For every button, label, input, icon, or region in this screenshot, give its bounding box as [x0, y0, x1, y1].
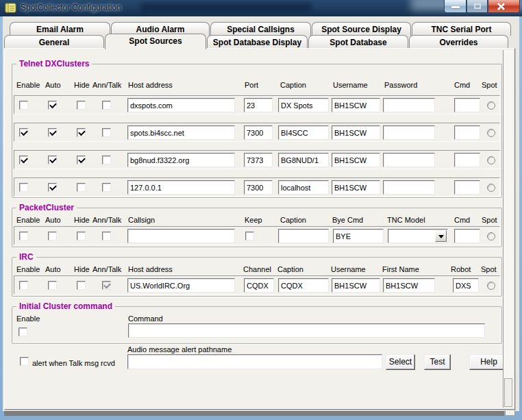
caption-input[interactable]	[278, 180, 329, 195]
keep-checkbox[interactable]	[245, 232, 254, 240]
port-input[interactable]	[244, 125, 273, 140]
col-header-channel: Channel	[243, 265, 271, 273]
spot-radio[interactable]	[487, 282, 495, 290]
port-input[interactable]	[244, 98, 273, 112]
port-input[interactable]	[244, 153, 273, 167]
test-button[interactable]: Test	[424, 354, 451, 370]
password-input[interactable]	[383, 125, 435, 140]
enable-checkbox[interactable]	[19, 128, 28, 137]
group-title: Initial Cluster command	[16, 301, 115, 311]
tab-special-callsigns[interactable]: Special Callsigns	[210, 22, 311, 36]
first-name-input[interactable]	[383, 278, 435, 293]
command-input[interactable]	[128, 323, 485, 338]
hide-checkbox[interactable]	[77, 156, 86, 164]
auto-checkbox[interactable]	[48, 156, 57, 164]
password-input[interactable]	[383, 98, 435, 112]
enable-checkbox[interactable]	[19, 183, 28, 192]
hide-checkbox[interactable]	[77, 183, 86, 192]
cmd-input[interactable]	[454, 229, 480, 243]
username-input[interactable]	[332, 125, 380, 140]
cmd-input[interactable]	[454, 180, 480, 195]
auto-checkbox[interactable]	[48, 128, 57, 137]
tab-spot-sources[interactable]: Spot Sources	[105, 34, 206, 49]
alert-talk-msg-checkbox[interactable]	[20, 357, 29, 366]
password-input[interactable]	[383, 153, 435, 167]
anntalk-checkbox[interactable]	[102, 232, 111, 240]
caption-input[interactable]	[278, 153, 329, 167]
tab-tnc-serial-port[interactable]: TNC Serial Port	[412, 22, 511, 36]
col-header-hide: Hide	[74, 265, 90, 273]
auto-checkbox[interactable]	[48, 232, 57, 240]
packetcluster-group: PacketCluster Enable Auto Hide Ann/Talk …	[12, 203, 502, 247]
tab-spot-database[interactable]: Spot Database	[308, 35, 408, 49]
caption-input[interactable]	[278, 98, 329, 112]
tnc-model-select[interactable]	[388, 229, 448, 243]
anntalk-checkbox[interactable]	[102, 128, 111, 137]
spot-radio[interactable]	[487, 232, 495, 240]
tab-overrides[interactable]: Overrides	[409, 35, 508, 49]
anntalk-checkbox[interactable]	[102, 101, 111, 110]
tab-email-alarm[interactable]: Email Alarm	[10, 22, 110, 36]
enable-checkbox[interactable]	[18, 328, 27, 336]
hide-checkbox[interactable]	[77, 101, 86, 110]
enable-checkbox[interactable]	[19, 232, 28, 240]
title-bar[interactable]: SpotCollector Configuration	[0, 0, 522, 16]
port-input[interactable]	[244, 180, 273, 195]
col-header-caption: Caption	[280, 81, 306, 89]
spot-radio[interactable]	[487, 129, 495, 137]
col-header-host: Host address	[128, 81, 173, 89]
select-button[interactable]: Select	[386, 354, 415, 370]
hide-checkbox[interactable]	[77, 281, 86, 290]
anntalk-checkbox[interactable]	[102, 156, 111, 164]
spot-radio[interactable]	[487, 184, 495, 192]
enable-checkbox[interactable]	[19, 281, 28, 290]
hide-checkbox[interactable]	[77, 232, 86, 240]
robot-input[interactable]	[453, 278, 479, 293]
channel-input[interactable]	[244, 278, 274, 293]
bye-cmd-input[interactable]	[333, 229, 384, 243]
username-input[interactable]	[332, 153, 380, 167]
col-header-username: Username	[333, 81, 368, 89]
auto-checkbox[interactable]	[48, 281, 57, 290]
hide-checkbox[interactable]	[77, 128, 86, 137]
col-header-caption: Caption	[280, 216, 306, 224]
cmd-input[interactable]	[454, 125, 480, 140]
audio-pathname-input[interactable]	[127, 354, 382, 369]
anntalk-checkbox	[102, 281, 111, 290]
tab-general[interactable]: General	[4, 35, 104, 49]
enable-checkbox[interactable]	[19, 101, 28, 110]
callsign-input[interactable]	[127, 229, 235, 243]
col-header-cmd: Cmd	[454, 81, 470, 89]
caption-input[interactable]	[278, 125, 329, 140]
host-address-input[interactable]	[127, 180, 235, 195]
col-header-keep: Keep	[245, 216, 262, 224]
caption-input[interactable]	[278, 229, 329, 243]
host-address-input[interactable]	[127, 153, 235, 167]
tab-spot-database-display[interactable]: Spot Database Display	[207, 35, 308, 49]
spot-radio[interactable]	[487, 101, 495, 110]
host-address-input[interactable]	[127, 125, 235, 140]
minimize-button[interactable]	[444, 0, 467, 13]
auto-checkbox[interactable]	[48, 101, 57, 110]
username-input[interactable]	[332, 98, 380, 112]
horizontal-scrollbar[interactable]	[4, 411, 504, 416]
username-input[interactable]	[332, 180, 380, 195]
username-input[interactable]	[332, 278, 380, 293]
host-address-input[interactable]	[127, 98, 235, 112]
password-input[interactable]	[383, 180, 435, 195]
auto-checkbox[interactable]	[48, 183, 57, 192]
cmd-input[interactable]	[454, 153, 480, 167]
enable-checkbox[interactable]	[19, 156, 28, 164]
caption-input[interactable]	[278, 278, 329, 293]
close-button[interactable]	[488, 0, 520, 13]
cmd-input[interactable]	[454, 98, 480, 112]
anntalk-checkbox[interactable]	[102, 183, 111, 192]
vertical-scrollbar[interactable]	[503, 50, 513, 408]
scrollbar-thumb[interactable]	[504, 378, 512, 407]
chevron-down-icon[interactable]	[435, 230, 447, 242]
maximize-button[interactable]	[467, 0, 488, 13]
col-header-enable: Enable	[16, 216, 40, 224]
host-address-input[interactable]	[127, 278, 235, 293]
spot-radio[interactable]	[487, 156, 495, 164]
tab-spot-source-display[interactable]: Spot Source Display	[312, 22, 411, 36]
